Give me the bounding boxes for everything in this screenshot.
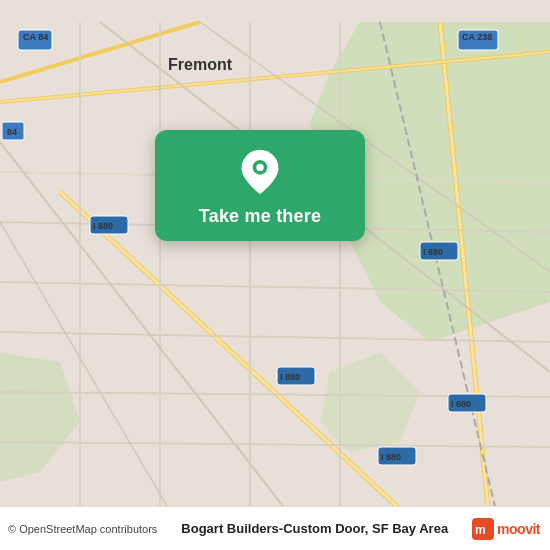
map-container: CA 84 CA 238 84 I 880 I 880 I 880 I 680 … xyxy=(0,0,550,550)
moovit-brand-text: moovit xyxy=(497,521,540,537)
svg-text:I 880: I 880 xyxy=(93,221,113,231)
svg-text:I 680: I 680 xyxy=(423,247,443,257)
svg-point-44 xyxy=(256,164,263,171)
copyright-area: © OpenStreetMap contributors xyxy=(8,523,157,535)
svg-text:84: 84 xyxy=(7,127,17,137)
map-background: CA 84 CA 238 84 I 880 I 880 I 880 I 680 … xyxy=(0,0,550,550)
svg-text:I 880: I 880 xyxy=(280,372,300,382)
svg-text:m: m xyxy=(475,523,486,537)
svg-text:Fremont: Fremont xyxy=(168,56,233,73)
bottom-bar: © OpenStreetMap contributors Bogart Buil… xyxy=(0,506,550,550)
svg-text:I 880: I 880 xyxy=(381,452,401,462)
svg-text:CA 84: CA 84 xyxy=(23,32,48,42)
moovit-logo: m moovit xyxy=(472,518,540,540)
svg-text:I 680: I 680 xyxy=(451,399,471,409)
location-pin-icon xyxy=(236,148,284,196)
svg-text:CA 238: CA 238 xyxy=(462,32,492,42)
take-me-card[interactable]: Take me there xyxy=(155,130,365,241)
moovit-icon: m xyxy=(472,518,494,540)
location-title: Bogart Builders-Custom Door, SF Bay Area xyxy=(157,521,472,536)
osm-copyright: © OpenStreetMap contributors xyxy=(8,523,157,535)
take-me-button-label: Take me there xyxy=(199,206,321,227)
